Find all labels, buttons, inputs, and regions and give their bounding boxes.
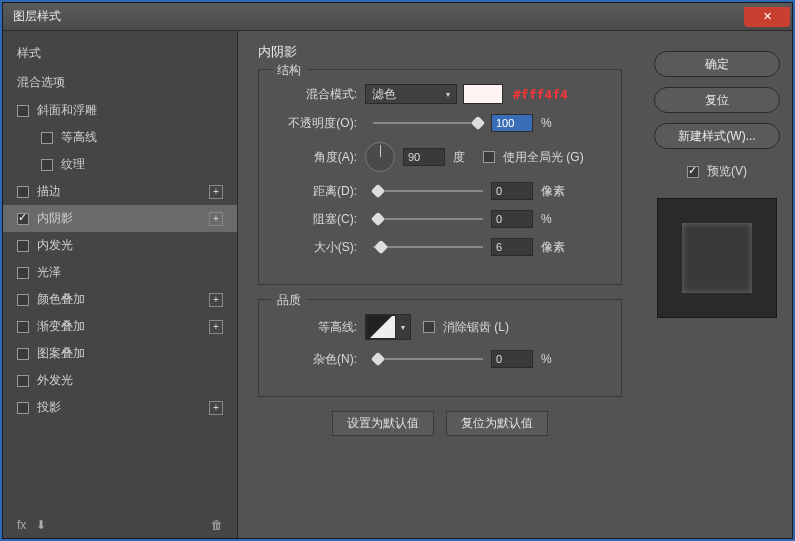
- add-effect-icon[interactable]: +: [209, 293, 223, 307]
- sidebar-item-label: 纹理: [61, 156, 85, 173]
- reset-default-button[interactable]: 复位为默认值: [446, 411, 548, 436]
- sidebar-footer: fx ⬇ 🗑: [3, 518, 237, 532]
- sidebar-item-6[interactable]: 光泽: [3, 259, 237, 286]
- effect-checkbox[interactable]: [17, 321, 29, 333]
- preview-checkbox[interactable]: [687, 166, 699, 178]
- sidebar-item-label: 光泽: [37, 264, 61, 281]
- distance-unit: 像素: [541, 183, 571, 200]
- sidebar-item-3[interactable]: 描边+: [3, 178, 237, 205]
- effect-checkbox[interactable]: [41, 132, 53, 144]
- preview-box: [657, 198, 777, 318]
- antialias-checkbox[interactable]: [423, 321, 435, 333]
- window-title: 图层样式: [3, 8, 61, 25]
- sidebar-item-label: 内阴影: [37, 210, 73, 227]
- noise-unit: %: [541, 352, 571, 366]
- choke-slider[interactable]: [373, 218, 483, 220]
- sidebar-item-1[interactable]: 等高线: [3, 124, 237, 151]
- add-effect-icon[interactable]: +: [209, 185, 223, 199]
- sidebar-header-blend[interactable]: 混合选项: [3, 68, 237, 97]
- cancel-button[interactable]: 复位: [654, 87, 780, 113]
- distance-input[interactable]: [491, 182, 533, 200]
- effect-checkbox[interactable]: [41, 159, 53, 171]
- add-effect-icon[interactable]: +: [209, 401, 223, 415]
- size-label: 大小(S):: [277, 239, 357, 256]
- sidebar-item-label: 斜面和浮雕: [37, 102, 97, 119]
- sidebar-item-label: 投影: [37, 399, 61, 416]
- effect-checkbox[interactable]: [17, 402, 29, 414]
- structure-fieldset: 结构 混合模式: 滤色 ▾ #fff4f4 不透明度(O): %: [258, 69, 622, 285]
- sidebar-item-2[interactable]: 纹理: [3, 151, 237, 178]
- structure-legend: 结构: [271, 62, 307, 79]
- chevron-down-icon: ▾: [446, 90, 450, 99]
- contour-label: 等高线:: [277, 319, 357, 336]
- noise-input[interactable]: [491, 350, 533, 368]
- effect-checkbox[interactable]: [17, 294, 29, 306]
- sidebar-item-9[interactable]: 图案叠加: [3, 340, 237, 367]
- choke-input[interactable]: [491, 210, 533, 228]
- add-effect-icon[interactable]: +: [209, 212, 223, 226]
- preview-label: 预览(V): [707, 163, 747, 180]
- size-slider[interactable]: [373, 246, 483, 248]
- sidebar-item-10[interactable]: 外发光: [3, 367, 237, 394]
- sidebar-item-label: 颜色叠加: [37, 291, 85, 308]
- set-default-button[interactable]: 设置为默认值: [332, 411, 434, 436]
- distance-slider[interactable]: [373, 190, 483, 192]
- effects-sidebar: 样式 混合选项 斜面和浮雕等高线纹理描边+内阴影+内发光光泽颜色叠加+渐变叠加+…: [3, 31, 238, 538]
- choke-label: 阻塞(C):: [277, 211, 357, 228]
- global-light-label: 使用全局光 (G): [503, 149, 584, 166]
- sidebar-item-label: 外发光: [37, 372, 73, 389]
- effect-checkbox[interactable]: [17, 375, 29, 387]
- angle-label: 角度(A):: [277, 149, 357, 166]
- contour-preview-icon: [366, 315, 396, 339]
- close-button[interactable]: ✕: [744, 7, 790, 27]
- effect-checkbox[interactable]: [17, 186, 29, 198]
- angle-input[interactable]: [403, 148, 445, 166]
- antialias-label: 消除锯齿 (L): [443, 319, 509, 336]
- sidebar-item-label: 等高线: [61, 129, 97, 146]
- sidebar-item-5[interactable]: 内发光: [3, 232, 237, 259]
- angle-unit: 度: [453, 149, 483, 166]
- noise-slider[interactable]: [373, 358, 483, 360]
- contour-picker[interactable]: ▾: [365, 314, 411, 340]
- opacity-unit: %: [541, 116, 571, 130]
- size-input[interactable]: [491, 238, 533, 256]
- fx-icon[interactable]: fx: [17, 518, 26, 532]
- effect-checkbox[interactable]: [17, 240, 29, 252]
- titlebar: 图层样式 ✕: [3, 3, 792, 31]
- chevron-down-icon: ▾: [401, 323, 405, 332]
- sidebar-item-label: 内发光: [37, 237, 73, 254]
- choke-unit: %: [541, 212, 571, 226]
- sidebar-item-8[interactable]: 渐变叠加+: [3, 313, 237, 340]
- blend-mode-dropdown[interactable]: 滤色 ▾: [365, 84, 457, 104]
- settings-panel: 内阴影 结构 混合模式: 滤色 ▾ #fff4f4 不透明度(O): %: [238, 31, 642, 538]
- quality-fieldset: 品质 等高线: ▾ 消除锯齿 (L) 杂色(N): %: [258, 299, 622, 397]
- effect-checkbox[interactable]: [17, 348, 29, 360]
- color-annotation: #fff4f4: [513, 87, 568, 102]
- sidebar-item-7[interactable]: 颜色叠加+: [3, 286, 237, 313]
- panel-title: 内阴影: [258, 43, 622, 61]
- layer-style-dialog: 图层样式 ✕ 样式 混合选项 斜面和浮雕等高线纹理描边+内阴影+内发光光泽颜色叠…: [2, 2, 793, 539]
- opacity-slider[interactable]: [373, 122, 483, 124]
- size-unit: 像素: [541, 239, 571, 256]
- noise-label: 杂色(N):: [277, 351, 357, 368]
- sidebar-item-label: 渐变叠加: [37, 318, 85, 335]
- new-style-button[interactable]: 新建样式(W)...: [654, 123, 780, 149]
- action-column: 确定 复位 新建样式(W)... 预览(V): [642, 31, 792, 538]
- sidebar-item-11[interactable]: 投影+: [3, 394, 237, 421]
- color-swatch[interactable]: [463, 84, 503, 104]
- sidebar-item-4[interactable]: 内阴影+: [3, 205, 237, 232]
- effect-checkbox[interactable]: [17, 105, 29, 117]
- blend-mode-label: 混合模式:: [277, 86, 357, 103]
- opacity-input[interactable]: [491, 114, 533, 132]
- effect-checkbox[interactable]: [17, 267, 29, 279]
- menu-icon[interactable]: ⬇: [36, 518, 46, 532]
- global-light-checkbox[interactable]: [483, 151, 495, 163]
- angle-dial[interactable]: [365, 142, 395, 172]
- add-effect-icon[interactable]: +: [209, 320, 223, 334]
- trash-icon[interactable]: 🗑: [211, 518, 223, 532]
- sidebar-item-0[interactable]: 斜面和浮雕: [3, 97, 237, 124]
- sidebar-header-styles[interactable]: 样式: [3, 39, 237, 68]
- effect-checkbox[interactable]: [17, 213, 29, 225]
- quality-legend: 品质: [271, 292, 307, 309]
- ok-button[interactable]: 确定: [654, 51, 780, 77]
